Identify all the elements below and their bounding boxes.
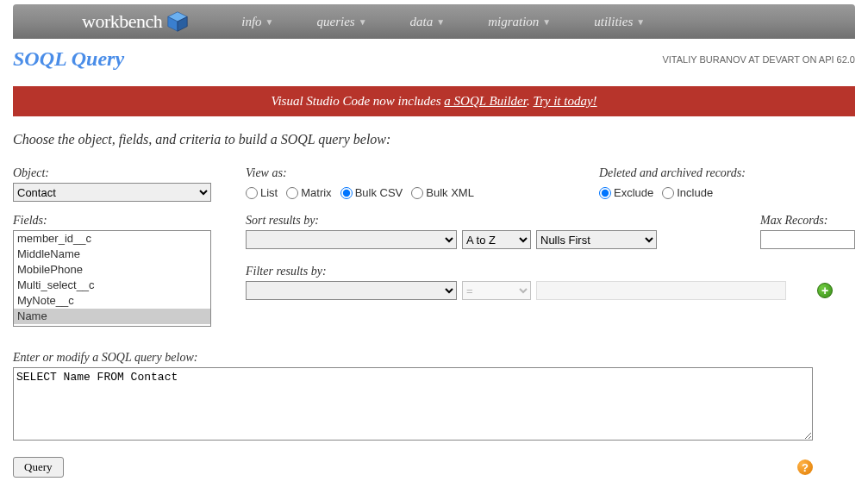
banner-link-try[interactable]: Try it today!	[533, 94, 596, 108]
field-option[interactable]: MiddleName	[14, 247, 210, 262]
deleted-label: Deleted and archived records:	[599, 166, 746, 180]
banner-link-soql-builder[interactable]: a SOQL Builder	[444, 94, 527, 108]
help-icon[interactable]: ?	[797, 459, 813, 475]
filter-by-label: Filter results by:	[246, 265, 855, 278]
logo[interactable]: workbench	[82, 9, 190, 34]
field-option[interactable]: member_id__c	[14, 231, 210, 247]
object-select[interactable]: Contact	[13, 183, 211, 202]
filter-value-input[interactable]	[536, 281, 786, 300]
query-button[interactable]: Query	[13, 457, 64, 478]
view-as-list[interactable]: List	[246, 186, 278, 199]
plus-icon: +	[821, 284, 828, 297]
cube-icon	[165, 9, 190, 34]
view-as-label: View as:	[246, 166, 582, 180]
fields-label: Fields:	[13, 214, 228, 228]
field-option[interactable]: MobilePhone	[14, 262, 210, 278]
top-nav-bar: workbench info▼ queries▼ data▼ migration…	[13, 4, 855, 39]
view-as-matrix[interactable]: Matrix	[286, 186, 331, 199]
query-textarea[interactable]	[13, 367, 813, 441]
filter-operator-select[interactable]: =	[462, 281, 531, 300]
fields-multiselect[interactable]: member_id__c MiddleName MobilePhone Mult…	[13, 230, 211, 327]
nav-migration[interactable]: migration▼	[488, 15, 551, 29]
chevron-down-icon: ▼	[359, 17, 367, 27]
deleted-include[interactable]: Include	[662, 186, 713, 199]
field-option[interactable]: MyNote__c	[14, 293, 210, 309]
query-textarea-label: Enter or modify a SOQL query below:	[13, 351, 855, 365]
deleted-exclude[interactable]: Exclude	[599, 186, 653, 199]
chevron-down-icon: ▼	[542, 17, 551, 27]
nav-menu: info▼ queries▼ data▼ migration▼ utilitie…	[241, 15, 645, 29]
view-as-bulk-xml[interactable]: Bulk XML	[411, 186, 474, 199]
chevron-down-icon: ▼	[265, 17, 274, 27]
field-option[interactable]: Multi_select__c	[14, 278, 210, 293]
field-option-selected[interactable]: Name	[14, 309, 210, 324]
nav-queries[interactable]: queries▼	[317, 15, 367, 29]
view-as-bulk-csv[interactable]: Bulk CSV	[340, 186, 403, 199]
sort-field-select[interactable]	[246, 230, 457, 249]
nav-info[interactable]: info▼	[241, 15, 273, 29]
sort-nulls-select[interactable]: Nulls First	[536, 230, 657, 249]
sort-by-label: Sort results by:	[246, 214, 657, 228]
object-label: Object:	[13, 166, 228, 180]
banner-text: Visual Studio Code now includes	[271, 94, 444, 108]
nav-utilities[interactable]: utilities▼	[594, 15, 645, 29]
logo-text: workbench	[82, 10, 162, 33]
sort-direction-select[interactable]: A to Z	[462, 230, 531, 249]
filter-field-select[interactable]	[246, 281, 457, 300]
page-title: SOQL Query	[13, 47, 124, 71]
max-records-label: Max Records:	[760, 214, 855, 228]
subtitle: Choose the object, fields, and criteria …	[13, 132, 855, 147]
promo-banner: Visual Studio Code now includes a SOQL B…	[13, 86, 855, 116]
nav-data[interactable]: data▼	[410, 15, 446, 29]
chevron-down-icon: ▼	[636, 17, 645, 27]
user-info: VITALIY BURANOV AT DEVART ON API 62.0	[662, 54, 855, 65]
max-records-input[interactable]	[760, 230, 855, 249]
add-filter-button[interactable]: +	[817, 283, 833, 298]
chevron-down-icon: ▼	[436, 17, 445, 27]
